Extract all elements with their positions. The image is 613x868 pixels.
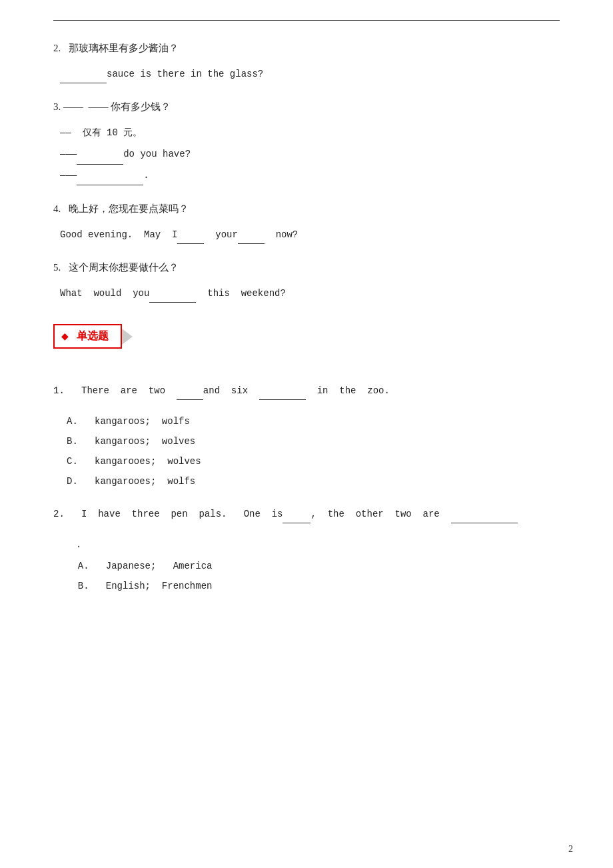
mc-question-1: 1. There are two and six in the zoo. A. … xyxy=(53,381,560,491)
q4-title: 4. 晚上好，您现在要点菜吗？ xyxy=(53,200,560,218)
mc1-blank1 xyxy=(177,381,203,400)
top-divider xyxy=(53,20,560,21)
q2-number: 2. xyxy=(53,43,61,53)
section-title: 单选题 xyxy=(74,329,109,343)
question-2: 2. 那玻璃杯里有多少酱油？ sauce is there in the gla… xyxy=(53,39,560,83)
q3-line2: ——— do you have? xyxy=(60,143,560,165)
q2-title: 2. 那玻璃杯里有多少酱油？ xyxy=(53,39,560,57)
question-5: 5. 这个周末你想要做什么？ What would you this weeke… xyxy=(53,259,560,303)
q4-number: 4. xyxy=(53,203,61,214)
q2-blank xyxy=(60,64,107,83)
mc2-optA: A. Japanese; America xyxy=(67,557,560,575)
mc-question-2: 2. I have three pen pals. One is , the o… xyxy=(53,504,560,595)
mc2-optB: B. English; Frenchmen xyxy=(67,577,560,595)
q3-number: 3. xyxy=(53,101,61,112)
diamond-icon: ◆ xyxy=(61,331,69,342)
mc1-blank2 xyxy=(259,381,306,400)
q4-cn: 晚上好，您现在要点菜吗？ xyxy=(69,203,189,214)
q5-cn: 这个周末你想要做什么？ xyxy=(69,262,179,273)
mc1-text: 1. There are two and six in the zoo. xyxy=(53,381,560,400)
q4-sentence: Good evening. May I your now? xyxy=(60,225,560,244)
q5-number: 5. xyxy=(53,262,61,273)
q3-title: 3. —— —— 你有多少钱？ xyxy=(53,98,560,116)
page-number: 2 xyxy=(568,844,573,855)
mc2-blank2 xyxy=(451,504,518,523)
q3-line3: ——— . xyxy=(60,165,560,186)
question-3: 3. —— —— 你有多少钱？ —— 仅有 10 元。 ——— do you h… xyxy=(53,98,560,185)
mc1-optC: C. kangarooes; wolves xyxy=(67,452,560,471)
mc2-text: 2. I have three pen pals. One is , the o… xyxy=(53,504,560,523)
mc1-optD: D. kangarooes; wolfs xyxy=(67,472,560,491)
mc1-optB: B. kangaroos; wolves xyxy=(67,432,560,451)
section-header-wrap: ◆ 单选题 xyxy=(53,317,560,363)
mc1-optA: A. kangaroos; wolfs xyxy=(67,412,560,431)
q5-sentence: What would you this weekend? xyxy=(60,283,560,303)
section-arrow xyxy=(122,329,133,345)
q3-blank1 xyxy=(77,143,123,165)
q5-blank xyxy=(149,283,196,303)
mc2-blank1 xyxy=(283,504,310,523)
mc2-continuation: . xyxy=(76,535,560,554)
q5-title: 5. 这个周末你想要做什么？ xyxy=(53,259,560,277)
page: 2. 那玻璃杯里有多少酱油？ sauce is there in the gla… xyxy=(0,0,613,868)
q4-blank1 xyxy=(177,225,204,244)
section-box: ◆ 单选题 xyxy=(53,324,122,349)
q3-cn: —— 你有多少钱？ xyxy=(89,101,171,112)
question-4: 4. 晚上好，您现在要点菜吗？ Good evening. May I your… xyxy=(53,200,560,244)
q2-cn: 那玻璃杯里有多少酱油？ xyxy=(69,43,179,53)
q2-sentence: sauce is there in the glass? xyxy=(60,64,560,83)
q4-blank2 xyxy=(238,225,265,244)
q3-line1: —— 仅有 10 元。 xyxy=(60,123,560,143)
q3-dialogue: —— 仅有 10 元。 ——— do you have? ——— . xyxy=(60,123,560,185)
q3-blank2 xyxy=(77,165,143,186)
